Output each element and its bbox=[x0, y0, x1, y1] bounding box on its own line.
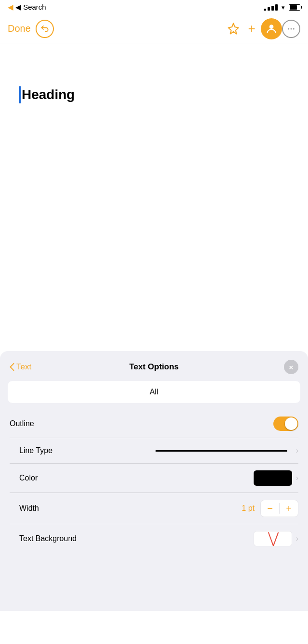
battery-icon bbox=[289, 4, 300, 11]
add-button[interactable]: + bbox=[243, 20, 261, 38]
svg-point-1 bbox=[288, 28, 289, 29]
profile-button[interactable] bbox=[261, 18, 282, 39]
heading-line bbox=[19, 82, 289, 82]
status-icons: ▾ bbox=[264, 4, 300, 11]
text-options-panel: Text Text Options × All Outline Line Typ… bbox=[0, 351, 308, 611]
color-chevron-icon: › bbox=[296, 474, 298, 482]
color-swatch bbox=[254, 470, 292, 486]
color-label: Color bbox=[19, 474, 254, 482]
back-arrow-icon: ◀ bbox=[8, 3, 13, 12]
undo-button[interactable] bbox=[36, 20, 54, 38]
profile-icon bbox=[265, 23, 278, 35]
panel-close-button[interactable]: × bbox=[284, 360, 298, 374]
wifi-icon: ▾ bbox=[282, 4, 285, 11]
line-type-chevron-icon: › bbox=[296, 446, 298, 455]
outline-label: Outline bbox=[10, 419, 273, 428]
text-background-chevron-icon: › bbox=[296, 534, 298, 543]
editor-area[interactable]: Heading bbox=[0, 43, 308, 351]
more-icon bbox=[287, 25, 295, 33]
color-row[interactable]: Color › bbox=[0, 464, 308, 492]
svg-point-0 bbox=[270, 25, 274, 29]
pin-button[interactable] bbox=[224, 20, 243, 38]
width-decrease-button[interactable]: − bbox=[261, 500, 279, 517]
svg-point-2 bbox=[291, 28, 292, 29]
text-cursor bbox=[19, 86, 21, 103]
chevron-left-icon bbox=[10, 363, 14, 371]
status-bar: ◀ ◀ Search ▾ bbox=[0, 0, 308, 14]
width-label: Width bbox=[19, 504, 242, 513]
text-background-row[interactable]: Text Background › bbox=[0, 524, 308, 553]
text-background-label: Text Background bbox=[19, 534, 254, 543]
panel-header: Text Text Options × bbox=[0, 351, 308, 381]
toolbar: Done + bbox=[0, 14, 308, 43]
signal-icon bbox=[264, 4, 278, 11]
undo-icon bbox=[40, 24, 50, 34]
svg-point-3 bbox=[293, 28, 295, 29]
heading-container: Heading bbox=[19, 86, 289, 103]
panel-back-button[interactable]: Text bbox=[10, 362, 31, 372]
line-type-preview bbox=[155, 450, 287, 452]
panel-title: Text Options bbox=[129, 362, 179, 372]
back-label: ◀ Search bbox=[15, 3, 46, 12]
toggle-thumb bbox=[285, 417, 297, 430]
line-type-row[interactable]: Line Type › bbox=[0, 438, 308, 463]
done-button[interactable]: Done bbox=[8, 23, 31, 34]
width-row: Width 1 pt − + bbox=[0, 493, 308, 524]
no-fill-indicator bbox=[254, 531, 292, 546]
back-navigation[interactable]: ◀ ◀ Search bbox=[8, 3, 46, 12]
width-increase-button[interactable]: + bbox=[280, 500, 298, 517]
outline-toggle[interactable] bbox=[273, 417, 298, 431]
all-tab-label: All bbox=[150, 388, 158, 396]
width-controls: − + bbox=[260, 500, 298, 517]
width-value: 1 pt bbox=[242, 504, 255, 513]
all-tab[interactable]: All bbox=[8, 381, 300, 403]
line-type-label: Line Type bbox=[19, 446, 151, 455]
pin-icon bbox=[227, 22, 240, 36]
outline-row: Outline bbox=[0, 410, 308, 438]
heading-text: Heading bbox=[22, 87, 75, 102]
more-button[interactable] bbox=[282, 20, 300, 38]
text-background-preview bbox=[254, 531, 292, 546]
panel-back-label: Text bbox=[16, 362, 31, 372]
